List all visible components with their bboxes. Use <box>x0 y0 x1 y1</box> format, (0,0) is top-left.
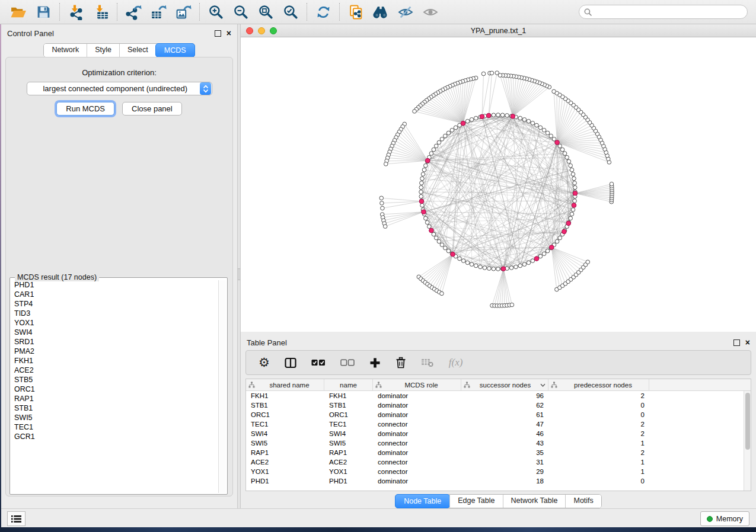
table-cell: 0 <box>548 411 649 418</box>
table-scrollbar-thumb[interactable] <box>745 393 750 450</box>
table-row[interactable]: PHD1PHD1dominator180 <box>246 476 751 486</box>
table-row[interactable]: TEC1TEC1connector472 <box>246 419 751 429</box>
table-cell: SWI4 <box>324 430 373 437</box>
result-node-item[interactable]: ORC1 <box>14 384 218 394</box>
table-tab-node-table[interactable]: Node Table <box>395 494 450 508</box>
zoom-in-icon[interactable] <box>207 3 225 21</box>
export-image-icon[interactable] <box>174 3 192 21</box>
table-tab-edge-table[interactable]: Edge Table <box>449 495 502 508</box>
hide-selected-icon[interactable] <box>397 3 414 21</box>
split-panel-icon[interactable] <box>285 357 296 368</box>
save-session-icon[interactable] <box>34 3 52 21</box>
close-table-panel-icon[interactable]: × <box>745 339 750 345</box>
import-table-icon[interactable] <box>92 3 110 21</box>
table-row[interactable]: SWI4SWI4dominator462 <box>246 429 751 438</box>
mcds-tab-panel: Optimization criterion: largest connecte… <box>5 57 233 496</box>
search-network-icon[interactable] <box>372 3 390 21</box>
result-node-item[interactable]: CAR1 <box>14 290 218 299</box>
column-header-name[interactable]: name <box>324 379 373 390</box>
result-node-item[interactable]: STB5 <box>14 375 218 384</box>
table-cell: dominator <box>373 411 461 418</box>
result-node-item[interactable]: PMA2 <box>14 347 218 356</box>
close-panel-icon[interactable]: × <box>227 30 231 36</box>
network-canvas[interactable] <box>241 37 756 332</box>
export-table-icon[interactable] <box>149 3 167 21</box>
result-node-item[interactable]: STP4 <box>14 299 218 309</box>
table-cell: SWI4 <box>246 430 324 437</box>
refresh-icon[interactable] <box>314 3 332 21</box>
column-type-icon <box>551 382 557 388</box>
splitter-grip[interactable] <box>238 268 240 280</box>
delete-column-icon[interactable] <box>395 357 406 368</box>
search-input[interactable] <box>595 7 742 17</box>
clone-network-icon[interactable] <box>347 3 365 21</box>
select-all-icon[interactable] <box>311 359 326 366</box>
table-tab-network-table[interactable]: Network Table <box>503 495 566 508</box>
column-header-predecessor-nodes[interactable]: predecessor nodes <box>548 379 649 390</box>
column-header-MCDS-role[interactable]: MCDS role <box>373 379 461 390</box>
table-scrollbar[interactable] <box>744 391 751 491</box>
mcds-result-list[interactable]: PHD1CAR1STP4TID3YOX1SWI4SRD1PMA2FKH1ACE2… <box>11 280 218 493</box>
result-node-item[interactable]: SWI5 <box>14 413 218 422</box>
table-tab-motifs[interactable]: Motifs <box>565 495 601 508</box>
network-graph[interactable] <box>241 37 756 332</box>
zoom-fit-icon[interactable] <box>257 3 275 21</box>
desktop-background-bottom-edge <box>0 527 756 532</box>
add-column-icon[interactable] <box>369 357 381 368</box>
result-node-item[interactable]: FKH1 <box>14 356 218 366</box>
table-cell: dominator <box>373 477 461 485</box>
zoom-out-icon[interactable] <box>232 3 250 21</box>
table-tabs: Node TableEdge TableNetwork TableMotifs <box>241 494 756 508</box>
table-cell: connector <box>373 468 461 475</box>
mcds-result-scrollbar[interactable] <box>218 280 226 493</box>
column-header-successor-nodes[interactable]: successor nodes <box>461 379 548 390</box>
table-row[interactable]: RAP1RAP1dominator352 <box>246 448 751 457</box>
tab-select[interactable]: Select <box>119 44 156 57</box>
tab-style[interactable]: Style <box>87 44 119 57</box>
search-box[interactable] <box>579 5 748 19</box>
zoom-selected-icon[interactable] <box>282 3 299 21</box>
result-node-item[interactable]: SWI4 <box>14 328 218 337</box>
run-mcds-button[interactable]: Run MCDS <box>56 102 114 116</box>
float-panel-icon[interactable] <box>215 30 221 37</box>
result-node-item[interactable]: STB1 <box>14 403 218 413</box>
close-panel-button[interactable]: Close panel <box>122 102 182 116</box>
criterion-select[interactable]: largest connected component (undirected) <box>27 82 212 95</box>
task-history-button[interactable] <box>7 511 25 526</box>
tab-mcds[interactable]: MCDS <box>155 43 195 57</box>
result-node-item[interactable]: ACE2 <box>14 366 218 375</box>
result-node-item[interactable]: TID3 <box>14 309 218 318</box>
result-node-item[interactable]: GCR1 <box>14 432 218 441</box>
export-network-icon[interactable] <box>125 3 142 21</box>
result-node-item[interactable]: RAP1 <box>14 394 218 403</box>
network-view-window: YPA_prune.txt_1 <box>241 24 756 332</box>
status-bar: Memory <box>1 508 756 527</box>
deselect-all-icon[interactable] <box>340 359 355 366</box>
tab-network[interactable]: Network <box>44 44 87 57</box>
table-row[interactable]: FKH1FKH1dominator962 <box>246 391 751 400</box>
table-settings-icon[interactable]: ⚙ <box>259 357 270 368</box>
table-row[interactable]: STB1STB1dominator620 <box>246 400 751 410</box>
table-row[interactable]: ACE2ACE2connector311 <box>246 457 751 467</box>
table-cell: 2 <box>548 430 649 437</box>
table-cell: dominator <box>373 430 461 437</box>
table-cell: YOX1 <box>324 468 373 475</box>
result-node-item[interactable]: YOX1 <box>14 318 218 328</box>
column-header-shared-name[interactable]: shared name <box>246 379 324 390</box>
open-file-icon[interactable] <box>9 3 27 21</box>
result-node-item[interactable]: PHD1 <box>14 280 218 290</box>
table-row[interactable]: YOX1YOX1connector291 <box>246 467 751 476</box>
table-cell: PHD1 <box>324 477 373 485</box>
table-row[interactable]: SWI5SWI5connector431 <box>246 438 751 448</box>
table-cell: PHD1 <box>246 477 324 485</box>
table-cell: ACE2 <box>324 459 373 466</box>
memory-button[interactable]: Memory <box>700 511 749 526</box>
table-row[interactable]: ORC1ORC1dominator610 <box>246 410 751 419</box>
result-node-item[interactable]: SRD1 <box>14 337 218 347</box>
result-node-item[interactable]: TEC1 <box>14 422 218 432</box>
list-icon <box>11 515 21 523</box>
float-table-panel-icon[interactable] <box>733 339 740 346</box>
table-cell: 62 <box>461 402 548 409</box>
import-network-icon[interactable] <box>67 3 85 21</box>
column-type-icon <box>248 382 255 388</box>
